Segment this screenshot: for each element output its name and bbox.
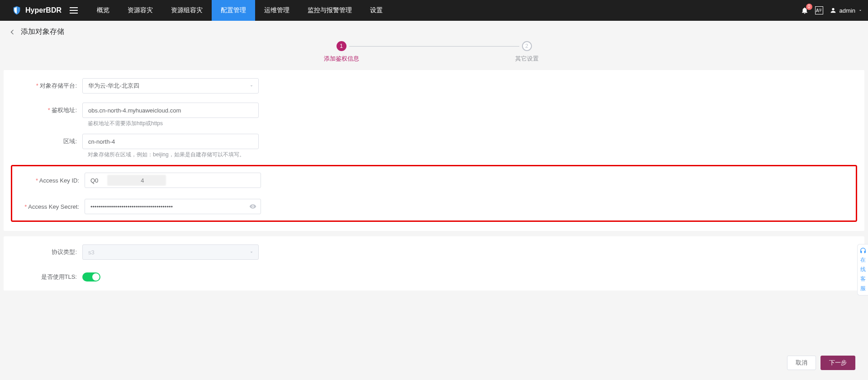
footer-actions: 取消 下一步 (787, 356, 855, 370)
help-tab[interactable]: 在 线 客 服 (857, 244, 868, 296)
step-other: 2 其它设置 (434, 41, 620, 63)
input-region[interactable] (82, 134, 259, 149)
input-access-key-secret[interactable] (85, 199, 261, 214)
language-icon[interactable]: A字 (815, 6, 823, 14)
nav-group-dr[interactable]: 资源组容灾 (162, 0, 212, 21)
menu-toggle-icon[interactable] (70, 7, 78, 14)
nav-monitor[interactable]: 监控与报警管理 (299, 0, 361, 21)
nav-overview[interactable]: 概览 (88, 0, 119, 21)
nav-config[interactable]: 配置管理 (212, 0, 255, 21)
label-region: 区域: (14, 137, 82, 145)
user-menu[interactable]: admin (830, 7, 863, 14)
notifications-icon[interactable]: 0 (801, 6, 809, 14)
next-button[interactable]: 下一步 (821, 356, 855, 370)
headset-icon (859, 247, 867, 254)
steps: 1 添加鉴权信息 2 其它设置 (0, 41, 868, 66)
user-icon (830, 7, 837, 14)
select-platform[interactable] (82, 78, 259, 94)
cancel-button[interactable]: 取消 (787, 356, 816, 370)
credentials-highlight-box: Access Key ID: Access Key Secret: (11, 165, 857, 222)
main-nav: 概览 资源容灾 资源组容灾 配置管理 运维管理 监控与报警管理 设置 (88, 0, 392, 21)
topbar: HyperBDR 概览 资源容灾 资源组容灾 配置管理 运维管理 监控与报警管理… (0, 0, 868, 21)
notifications-count-badge: 0 (806, 4, 812, 10)
hint-auth-addr: 鉴权地址不需要添加http或https (88, 120, 854, 127)
label-ak: Access Key ID: (17, 177, 85, 184)
label-platform: 对象存储平台: (14, 82, 82, 90)
toggle-tls[interactable] (82, 272, 100, 281)
chevron-down-icon (858, 8, 863, 13)
eye-icon[interactable] (249, 203, 256, 210)
label-auth-addr: 鉴权地址: (14, 106, 82, 114)
input-access-key-id[interactable] (85, 173, 261, 188)
label-protocol: 协议类型: (14, 248, 82, 256)
nav-settings[interactable]: 设置 (361, 0, 392, 21)
nav-ops[interactable]: 运维管理 (255, 0, 299, 21)
page-header: 添加对象存储 (0, 21, 868, 41)
nav-resource-dr[interactable]: 资源容灾 (119, 0, 162, 21)
brand: HyperBDR (12, 5, 62, 15)
panel-auth: 对象存储平台: 鉴权地址: 鉴权地址不需要添加http或https 区域: 对象… (4, 70, 864, 231)
hint-region: 对象存储所在区域，例如：beijing，如果是自建存储可以不填写。 (88, 151, 854, 159)
brand-text: HyperBDR (25, 6, 62, 14)
page-title: 添加对象存储 (21, 27, 64, 37)
label-tls: 是否使用TLS: (14, 273, 82, 281)
user-name: admin (840, 7, 855, 14)
back-button[interactable] (8, 28, 16, 36)
input-auth-addr[interactable] (82, 103, 259, 118)
panel-protocol: 协议类型: 是否使用TLS: (4, 236, 864, 291)
label-sk: Access Key Secret: (17, 203, 85, 210)
shield-logo-icon (12, 5, 22, 15)
topbar-icons: 0 A字 admin (801, 6, 863, 14)
step-auth: 1 添加鉴权信息 (249, 41, 434, 63)
select-protocol (82, 244, 259, 260)
arrow-left-icon (9, 28, 16, 36)
